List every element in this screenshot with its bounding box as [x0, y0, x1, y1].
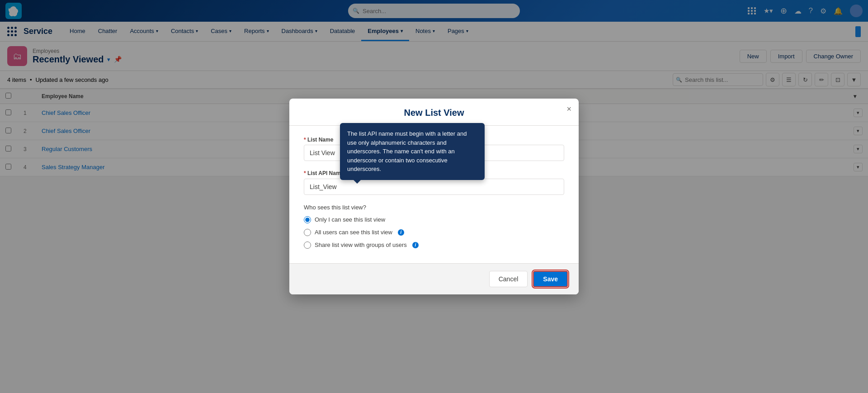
api-name-tooltip: The list API name must begin with a lett… [340, 123, 485, 180]
radio-only-me-input[interactable] [304, 216, 311, 223]
radio-all-users[interactable]: All users can see this list view i [304, 229, 564, 236]
modal-footer: Cancel Save [289, 263, 579, 294]
modal-close-button[interactable]: × [566, 105, 571, 113]
list-api-name-required-star: * [304, 170, 306, 176]
radio-only-me-label: Only I can see this list view [315, 216, 385, 223]
radio-groups-input[interactable] [304, 241, 311, 249]
new-list-view-modal: New List View × * List Name The list API… [289, 99, 579, 294]
modal-body: * List Name The list API name must begin… [289, 126, 579, 263]
modal-overlay[interactable]: New List View × * List Name The list API… [0, 0, 868, 393]
main-content: 🗂 Employees Recently Viewed ▾ 📌 New Impo… [0, 42, 868, 393]
modal-header: New List View × [289, 99, 579, 126]
radio-all-users-input[interactable] [304, 229, 311, 236]
list-name-field: * List Name The list API name must begin… [304, 137, 564, 161]
modal-title: New List View [300, 108, 568, 118]
visibility-section: Who sees this list view? Only I can see … [304, 204, 564, 249]
save-button[interactable]: Save [533, 271, 568, 287]
list-name-required-star: * [304, 137, 306, 143]
radio-groups-label: Share list view with groups of users [315, 241, 407, 248]
all-users-info-icon[interactable]: i [398, 229, 404, 236]
visibility-label: Who sees this list view? [304, 204, 564, 211]
radio-all-users-label: All users can see this list view [315, 229, 392, 236]
tooltip-text: The list API name must begin with a lett… [347, 130, 467, 172]
cancel-button[interactable]: Cancel [489, 271, 528, 287]
groups-info-icon[interactable]: i [412, 242, 419, 248]
list-api-name-input[interactable] [304, 179, 564, 195]
radio-only-me[interactable]: Only I can see this list view [304, 216, 564, 223]
radio-groups[interactable]: Share list view with groups of users i [304, 241, 564, 249]
